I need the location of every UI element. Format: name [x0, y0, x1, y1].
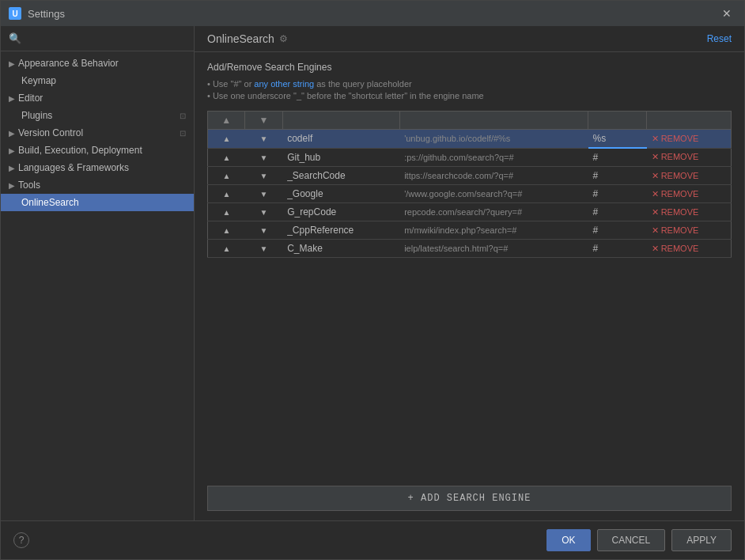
main-body: Add/Remove Search Engines • Use "#" or a…: [195, 52, 744, 520]
table-row: ▲ ▼ C_Make ielp/latest/search.html?q=# #…: [208, 240, 732, 258]
sidebar-item-label: Editor: [18, 93, 43, 104]
page-title: OnlineSearch: [207, 32, 274, 45]
sidebar-item-build[interactable]: ▶ Build, Execution, Deployment: [1, 142, 194, 159]
move-up-button[interactable]: ▲: [220, 244, 233, 254]
sidebar-item-label: Version Control: [18, 127, 83, 138]
table-row: ▲ ▼ Git_hub :ps://github.com/search?q=# …: [208, 148, 732, 167]
hint-quote: "#" or: [231, 79, 255, 89]
settings-window: U Settings ✕ 🔍 ▶ Appearance & Behavior K…: [0, 0, 745, 560]
sidebar-item-label: Keymap: [21, 75, 56, 86]
remove-button[interactable]: ✕ REMOVE: [652, 225, 699, 236]
sidebar-item-vcs[interactable]: ▶ Version Control ⊡: [1, 124, 194, 142]
cancel-button[interactable]: CANCEL: [597, 529, 666, 551]
table-row: ▲ ▼ _SearchCode ittps://searchcode.com/?…: [208, 167, 732, 185]
remove-cell: ✕ REMOVE: [647, 130, 732, 149]
engine-shortcut[interactable]: #: [588, 148, 647, 167]
move-down-button[interactable]: ▼: [258, 244, 270, 254]
remove-button[interactable]: ✕ REMOVE: [652, 244, 699, 254]
hint-1: • Use "#" or any other string as the que…: [207, 79, 732, 89]
engine-shortcut[interactable]: #: [588, 185, 647, 203]
bottom-bar: ? OK CANCEL APPLY: [1, 520, 744, 559]
table-row: ▲ ▼ _CppReference m/mwiki/index.php?sear…: [208, 221, 732, 240]
titlebar: U Settings ✕: [1, 1, 744, 26]
table-row: ▲ ▼ codelf 'unbug.github.io/codelf/#%s %…: [208, 130, 732, 149]
sidebar-item-online-search[interactable]: OnlineSearch: [1, 194, 194, 211]
main-content: OnlineSearch ⚙ Reset Add/Remove Search E…: [195, 26, 744, 520]
sidebar-item-appearance[interactable]: ▶ Appearance & Behavior: [1, 55, 194, 72]
sidebar-item-plugins[interactable]: Plugins ⊡: [1, 107, 194, 124]
reset-button[interactable]: Reset: [707, 33, 732, 44]
col-url: [399, 112, 588, 130]
page-title-area: OnlineSearch ⚙: [207, 32, 288, 45]
col-name: [282, 112, 399, 130]
move-down-button[interactable]: ▼: [258, 134, 270, 144]
engine-url: ielp/latest/search.html?q=#: [399, 240, 588, 258]
hints-block: • Use "#" or any other string as the que…: [207, 79, 732, 103]
move-up-button[interactable]: ▲: [220, 134, 233, 144]
engine-shortcut[interactable]: #: [588, 167, 647, 185]
sidebar-item-editor[interactable]: ▶ Editor: [1, 89, 194, 107]
engine-shortcut[interactable]: #: [588, 203, 647, 221]
vcs-icon: ⊡: [180, 129, 186, 138]
move-up-button[interactable]: ▲: [220, 207, 233, 218]
engine-url: 'unbug.github.io/codelf/#%s: [399, 130, 588, 149]
sidebar-item-languages[interactable]: ▶ Languages & Frameworks: [1, 159, 194, 176]
close-button[interactable]: ✕: [717, 6, 736, 21]
remove-button[interactable]: ✕ REMOVE: [652, 171, 699, 181]
search-icon: 🔍: [9, 32, 21, 44]
chevron-right-icon: ▶: [9, 146, 15, 155]
sidebar-item-keymap[interactable]: Keymap: [1, 72, 194, 89]
engine-url: ittps://searchcode.com/?q=#: [399, 167, 588, 185]
col-down: ▼: [245, 112, 282, 130]
col-remove: [647, 112, 732, 130]
add-engine-bar[interactable]: + ADD SEARCH ENGINE: [207, 486, 732, 511]
gear-icon: ⚙: [279, 33, 288, 44]
chevron-right-icon: ▶: [9, 129, 15, 138]
sidebar-item-label: OnlineSearch: [21, 197, 79, 208]
app-icon: U: [9, 7, 21, 20]
sidebar-item-tools[interactable]: ▶ Tools: [1, 176, 194, 194]
move-down-button[interactable]: ▼: [258, 207, 270, 218]
remove-button[interactable]: ✕ REMOVE: [652, 207, 699, 218]
engine-name: _CppReference: [282, 221, 399, 240]
move-up-button[interactable]: ▲: [220, 171, 233, 181]
remove-cell: ✕ REMOVE: [647, 148, 732, 167]
remove-button[interactable]: ✕ REMOVE: [652, 152, 699, 162]
apply-button[interactable]: APPLY: [671, 529, 732, 551]
ok-button[interactable]: OK: [546, 529, 590, 551]
sidebar-item-label: Tools: [18, 180, 40, 191]
help-button[interactable]: ?: [13, 532, 29, 548]
remove-cell: ✕ REMOVE: [647, 240, 732, 258]
remove-button[interactable]: ✕ REMOVE: [652, 189, 699, 199]
remove-cell: ✕ REMOVE: [647, 203, 732, 221]
sidebar-item-label: Plugins: [21, 110, 52, 121]
move-up-button[interactable]: ▲: [220, 153, 233, 163]
sidebar-item-label: Build, Execution, Deployment: [18, 145, 142, 156]
remove-cell: ✕ REMOVE: [647, 221, 732, 240]
engine-name: _SearchCode: [282, 167, 399, 185]
engine-url: m/mwiki/index.php?search=#: [399, 221, 588, 240]
move-down-button[interactable]: ▼: [258, 189, 270, 199]
engine-name: Git_hub: [282, 148, 399, 167]
move-down-button[interactable]: ▼: [258, 153, 270, 163]
chevron-right-icon: ▶: [9, 59, 15, 68]
move-up-button[interactable]: ▲: [220, 189, 233, 199]
titlebar-left: U Settings: [9, 7, 65, 20]
search-input[interactable]: [26, 33, 186, 44]
chevron-right-icon: ▶: [9, 181, 15, 190]
move-up-button[interactable]: ▲: [220, 225, 233, 236]
chevron-right-icon: ▶: [9, 164, 15, 172]
main-header: OnlineSearch ⚙ Reset: [195, 26, 744, 52]
engine-shortcut[interactable]: #: [588, 221, 647, 240]
hint-2: • Use one underscore "_" before the "sho…: [207, 91, 732, 100]
highlight-text: any other string: [254, 79, 314, 89]
move-down-button[interactable]: ▼: [258, 171, 270, 181]
engine-shortcut[interactable]: #: [588, 240, 647, 258]
remove-cell: ✕ REMOVE: [647, 185, 732, 203]
col-up: ▲: [208, 112, 245, 130]
engine-shortcut[interactable]: %s: [588, 130, 647, 149]
engine-url: :ps://github.com/search?q=#: [399, 148, 588, 167]
engine-url: repcode.com/search/?query=#: [399, 203, 588, 221]
remove-button[interactable]: ✕ REMOVE: [652, 134, 699, 144]
move-down-button[interactable]: ▼: [258, 225, 270, 236]
